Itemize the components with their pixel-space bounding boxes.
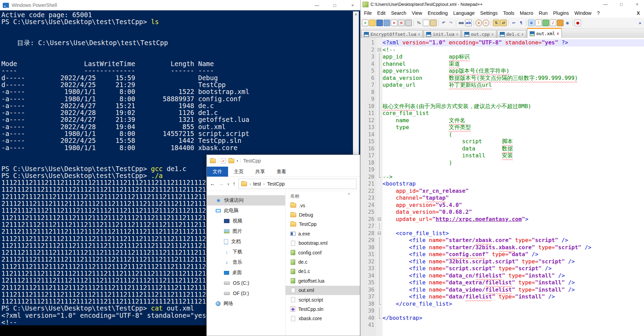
tab-close-icon[interactable]: x <box>557 32 559 35</box>
sidebar-item-music[interactable]: ♪音乐 <box>207 257 285 267</box>
new-file-button[interactable]: + <box>362 20 368 26</box>
file-row[interactable]: config.conf <box>286 248 360 257</box>
sidebar-item-desktop[interactable]: 桌面 <box>207 267 285 278</box>
zoom-in-button[interactable]: + <box>475 20 482 26</box>
document-close-x-button[interactable]: X <box>637 10 644 16</box>
sidebar-item-quick-access-star[interactable]: ★快速访问 <box>207 195 285 206</box>
indent-guides-button[interactable]: ≡ <box>528 20 535 26</box>
tab-close-icon[interactable]: x <box>418 32 420 36</box>
file-row[interactable]: a.exe <box>286 229 360 238</box>
new-folder-icon[interactable] <box>228 159 234 163</box>
fold-collapse-icon[interactable] <box>376 216 383 223</box>
file-row[interactable]: out.xml <box>286 286 360 295</box>
file-row[interactable]: script.script <box>286 295 360 304</box>
sidebar-item-pictures[interactable]: 图片 <box>207 226 285 237</box>
menu-search[interactable]: Search <box>388 9 409 17</box>
sort-caret-icon[interactable]: ∧ <box>348 192 350 196</box>
menu-plugins[interactable]: Plugins <box>550 9 572 17</box>
tab-out.cpp[interactable]: out.cppx <box>462 30 496 38</box>
maximize-button[interactable]: □ <box>327 0 342 10</box>
sidebar-item-downloads[interactable]: ↓下载 <box>207 247 285 257</box>
file-row[interactable]: bootstrap.xml <box>286 239 360 248</box>
sync-vertical-button[interactable]: ⇅ <box>493 20 500 26</box>
document-monitor-button[interactable]: ◉ <box>564 20 571 26</box>
user-defined-language-button[interactable]: / <box>550 20 556 26</box>
properties-check-icon[interactable]: ✓ <box>221 158 226 164</box>
print-button[interactable] <box>405 20 412 26</box>
menu-macro[interactable]: Macro <box>517 9 536 17</box>
tab-init.lua[interactable]: init.luax <box>423 30 461 38</box>
sidebar-item-this-pc[interactable]: 此电脑 <box>207 206 285 216</box>
editor-area[interactable]: 1<?xml version="1.0" encoding="UTF-8" st… <box>361 38 644 336</box>
close-button[interactable]: × <box>630 0 644 9</box>
close-button[interactable]: × <box>345 0 360 10</box>
undo-button[interactable]: ↶ <box>440 20 447 26</box>
close-file-button[interactable]: × <box>391 20 397 26</box>
menu-run[interactable]: Run <box>536 9 550 17</box>
fold-minus-box[interactable] <box>378 232 381 235</box>
sync-horizontal-button[interactable]: ⇄ <box>500 20 507 26</box>
minimize-button[interactable]: — <box>309 0 324 10</box>
sidebar-item-videos[interactable]: 视频 <box>207 216 285 226</box>
sidebar-item-documents[interactable]: 文档 <box>207 237 285 247</box>
menu-window[interactable]: Window <box>572 9 594 17</box>
menu-help[interactable]: ? <box>594 9 602 17</box>
maximize-button[interactable]: □ <box>614 0 628 9</box>
file-row[interactable]: TestCpp.sln <box>286 304 360 314</box>
back-icon[interactable]: ← <box>210 181 215 187</box>
paste-button[interactable] <box>430 20 437 26</box>
ribbon-tab-主页[interactable]: 主页 <box>228 167 249 177</box>
forward-icon[interactable]: → <box>218 181 224 187</box>
tab-close-icon[interactable]: x <box>492 32 494 36</box>
file-row[interactable]: getoffset.lua <box>286 276 360 285</box>
quick-access-dropdown-icon[interactable]: ▾ <box>237 159 238 162</box>
up-icon[interactable]: ↑ <box>233 181 235 187</box>
find-button[interactable]: oo <box>458 20 464 26</box>
tab-EncryptOffset.lua[interactable]: EncryptOffset.luax <box>361 30 423 38</box>
save-button[interactable] <box>376 20 383 26</box>
menu-tools[interactable]: Tools <box>500 9 517 17</box>
fold-minus-box[interactable] <box>378 48 381 51</box>
tab-close-icon[interactable]: x <box>522 32 524 36</box>
copy-button[interactable] <box>423 20 429 26</box>
replace-button[interactable]: ab <box>465 20 472 26</box>
fold-minus-box[interactable] <box>378 218 381 221</box>
sidebar-item-drive-c[interactable]: OS (C:) <box>207 278 285 288</box>
file-row[interactable]: de1.c <box>286 267 360 276</box>
tab-close-icon[interactable]: x <box>456 32 458 36</box>
cut-button[interactable]: % <box>416 20 422 26</box>
record-macro-button[interactable]: ● <box>575 20 581 26</box>
menu-language[interactable]: Language <box>451 9 477 17</box>
menu-file[interactable]: File <box>361 9 375 17</box>
breadcrumb[interactable]: ›test›TestCpp <box>238 179 357 189</box>
breadcrumb-item[interactable]: test <box>253 181 261 187</box>
fold-collapse-icon[interactable] <box>376 46 383 54</box>
file-row[interactable]: .vs <box>286 201 360 210</box>
folder-as-workspace-button[interactable] <box>557 20 564 26</box>
fold-collapse-icon[interactable] <box>376 230 383 237</box>
ribbon-tab-查看[interactable]: 查看 <box>271 167 292 177</box>
tab-de1.c[interactable]: de1.cx <box>497 30 526 38</box>
ribbon-tab-文件[interactable]: 文件 <box>207 167 228 177</box>
menu-edit[interactable]: Edit <box>375 9 388 17</box>
file-row[interactable]: Debug <box>286 210 360 219</box>
recent-locations-icon[interactable]: ∨ <box>227 182 229 186</box>
menu-view[interactable]: View <box>409 9 425 17</box>
breadcrumb-item[interactable]: TestCpp <box>267 181 285 187</box>
file-row[interactable]: de.c <box>286 257 360 266</box>
save-all-button[interactable] <box>384 20 390 26</box>
zoom-out-button[interactable]: − <box>483 20 489 26</box>
scroll-up-icon[interactable]: ∧ <box>354 12 357 16</box>
minimize-button[interactable]: — <box>599 0 612 9</box>
file-row[interactable]: TestCpp <box>286 220 360 229</box>
file-row[interactable]: xbask.core <box>286 314 360 323</box>
launch-run-button[interactable]: ! <box>535 20 542 26</box>
sidebar-item-drive-d[interactable]: OF (D:) <box>207 288 285 298</box>
menu-encoding[interactable]: Encoding <box>425 9 450 17</box>
show-all-characters-button[interactable]: ¶ <box>518 20 524 26</box>
open-folder-button[interactable] <box>369 20 376 26</box>
menu-settings[interactable]: Settings <box>477 9 501 17</box>
document-map-button[interactable] <box>543 20 549 26</box>
redo-button[interactable]: ↷ <box>448 20 454 26</box>
ribbon-tab-共享[interactable]: 共享 <box>249 167 271 177</box>
